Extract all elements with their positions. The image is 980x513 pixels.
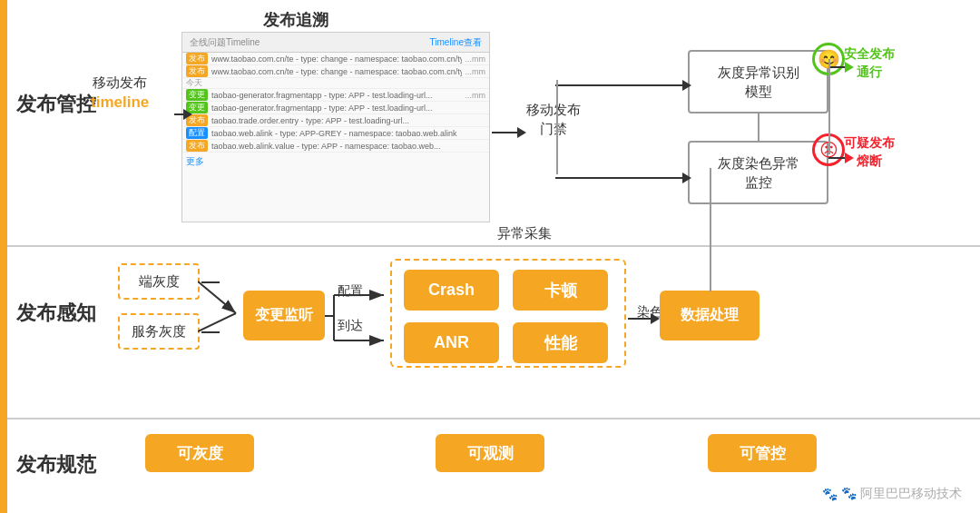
arrow-to-happy bbox=[828, 62, 854, 73]
screenshot-row-1: 发布 www.taobao.com.cn/te - type: change -… bbox=[182, 53, 489, 65]
screenshot-row-date: 今天 bbox=[182, 78, 489, 89]
left-bar bbox=[0, 0, 7, 513]
section-standard: 发布规范 bbox=[16, 451, 96, 478]
screenshot-row-2: 发布 www.taobao.com.cn/te - type: change -… bbox=[182, 65, 489, 78]
v-line-right bbox=[556, 80, 558, 174]
screenshot-row-4: 变更 taobao-generator.fragmentapp - type: … bbox=[182, 102, 489, 114]
divider-1 bbox=[7, 245, 980, 247]
anr-box: ANR bbox=[404, 322, 499, 363]
tag-3: 变更 bbox=[186, 89, 208, 101]
section-perception: 发布感知 bbox=[16, 300, 96, 327]
service-gray-box: 服务灰度 bbox=[118, 313, 200, 350]
arrow-to-model bbox=[555, 80, 691, 91]
stutter-box: 卡顿 bbox=[513, 270, 608, 311]
screenshot-header-link: Timeline查看 bbox=[430, 36, 482, 49]
svg-line-0 bbox=[198, 281, 236, 313]
end-gray-box: 端灰度 bbox=[118, 263, 200, 300]
tag-1: 发布 bbox=[186, 53, 208, 64]
gate-label: 移动发布 门禁 bbox=[526, 100, 581, 138]
data-process-box: 数据处理 bbox=[660, 291, 760, 340]
split-arrows bbox=[325, 277, 393, 359]
v-line-far-right bbox=[828, 59, 830, 154]
release-trace-title: 发布追溯 bbox=[263, 9, 328, 31]
arrow-gate bbox=[492, 127, 526, 138]
watermark-icon: 🐾 bbox=[822, 487, 838, 501]
screenshot-footer: 更多 bbox=[182, 153, 489, 171]
arrow-timeline bbox=[174, 109, 192, 120]
arrow-to-sad bbox=[828, 153, 854, 163]
svg-line-1 bbox=[198, 313, 236, 331]
observable-box: 可观测 bbox=[436, 434, 544, 472]
section-control: 发布管控 bbox=[16, 91, 96, 118]
tag-6: 配置 bbox=[186, 127, 208, 139]
connector-line bbox=[758, 113, 760, 141]
load-more: 更多 bbox=[186, 155, 204, 168]
arrow-to-data bbox=[628, 313, 660, 324]
screenshot-header: 全线问题Timeline Timeline查看 bbox=[182, 33, 489, 53]
screenshot-header-text: 全线问题Timeline bbox=[190, 36, 260, 49]
change-monitor-box: 变更监听 bbox=[243, 291, 325, 340]
tag-2: 发布 bbox=[186, 65, 208, 77]
screenshot-area: 全线问题Timeline Timeline查看 发布 www.taobao.co… bbox=[181, 32, 490, 222]
performance-box: 性能 bbox=[513, 322, 608, 363]
gray-standard-box: 可灰度 bbox=[145, 434, 254, 472]
screenshot-row-5: 发布 taobao.trade.order.entry - type: APP … bbox=[182, 114, 489, 127]
model-box: 灰度异常识别 模型 bbox=[688, 50, 828, 113]
screenshot-row-6: 配置 taobao.web.alink - type: APP-GREY - n… bbox=[182, 127, 489, 140]
screenshot-row-3: 变更 taobao-generator.fragmentapp - type: … bbox=[182, 89, 489, 102]
convergence-lines bbox=[198, 259, 243, 359]
tag-7: 发布 bbox=[186, 140, 208, 152]
exception-collect-label: 异常采集 bbox=[497, 225, 552, 242]
crash-box: Crash bbox=[404, 270, 499, 311]
divider-2 bbox=[7, 418, 980, 419]
watermark: 🐾 🐾 阿里巴巴移动技术 bbox=[822, 486, 962, 502]
screenshot-row-7: 发布 taobao.web.alink.value - type: APP - … bbox=[182, 140, 489, 153]
timeline-label: 移动发布 timeline bbox=[91, 73, 149, 113]
data-to-panel-line bbox=[710, 168, 711, 291]
arrow-to-monitor bbox=[555, 173, 691, 183]
controllable-box: 可管控 bbox=[708, 434, 817, 472]
